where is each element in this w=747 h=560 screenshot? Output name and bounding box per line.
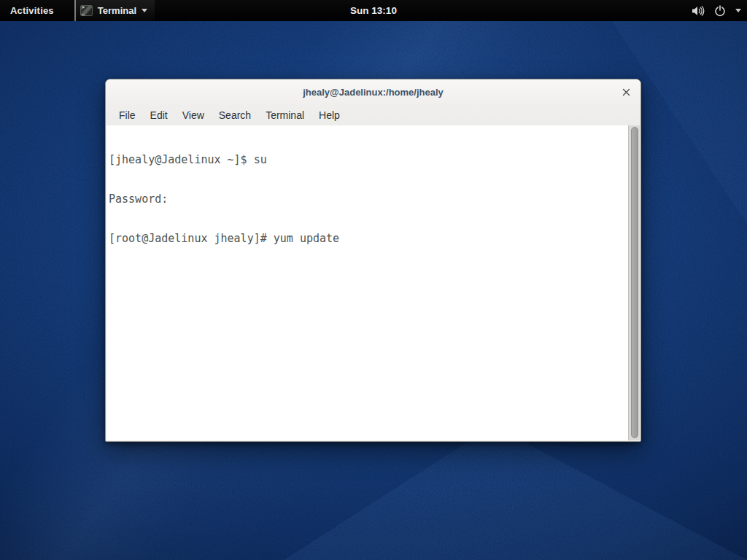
scrollbar-thumb[interactable] xyxy=(631,127,638,438)
menu-item-view[interactable]: View xyxy=(175,104,212,125)
chevron-down-icon xyxy=(735,9,741,12)
terminal-window: jhealy@Jadelinux:/home/jhealy File Edit … xyxy=(105,79,641,442)
system-status-area[interactable] xyxy=(692,0,741,21)
volume-icon xyxy=(692,5,705,17)
window-title: jhealy@Jadelinux:/home/jhealy xyxy=(303,87,444,98)
activities-label: Activities xyxy=(10,5,54,16)
terminal-line: Password: xyxy=(109,192,627,206)
window-menubar: File Edit View Search Terminal Help xyxy=(106,104,640,125)
app-menu-label: Terminal xyxy=(98,5,136,16)
menu-item-terminal[interactable]: Terminal xyxy=(258,104,311,125)
terminal-icon: >_ xyxy=(80,5,93,16)
top-bar: Activities >_ Terminal Sun 13:10 xyxy=(0,0,747,21)
terminal-screen[interactable]: [jhealy@Jadelinux ~]$ su Password: [root… xyxy=(107,125,640,440)
terminal-scrollbar[interactable] xyxy=(628,125,640,440)
app-menu-button[interactable]: >_ Terminal xyxy=(74,0,155,21)
menu-item-file[interactable]: File xyxy=(112,104,143,125)
power-icon xyxy=(714,5,726,17)
clock-button[interactable]: Sun 13:10 xyxy=(350,0,397,21)
terminal-line: [root@Jadelinux jhealy]# yum update xyxy=(109,232,627,245)
window-titlebar[interactable]: jhealy@Jadelinux:/home/jhealy xyxy=(106,79,640,104)
menu-item-help[interactable]: Help xyxy=(311,104,347,125)
close-button[interactable] xyxy=(619,85,633,99)
activities-button[interactable]: Activities xyxy=(0,0,64,21)
terminal-output: [jhealy@Jadelinux ~]$ su Password: [root… xyxy=(109,127,627,271)
menu-item-edit[interactable]: Edit xyxy=(143,104,175,125)
terminal-line: [jhealy@Jadelinux ~]$ su xyxy=(109,153,627,166)
chevron-down-icon xyxy=(142,9,147,12)
close-icon xyxy=(622,88,630,96)
clock-label: Sun 13:10 xyxy=(350,5,397,16)
menu-item-search[interactable]: Search xyxy=(212,104,258,125)
